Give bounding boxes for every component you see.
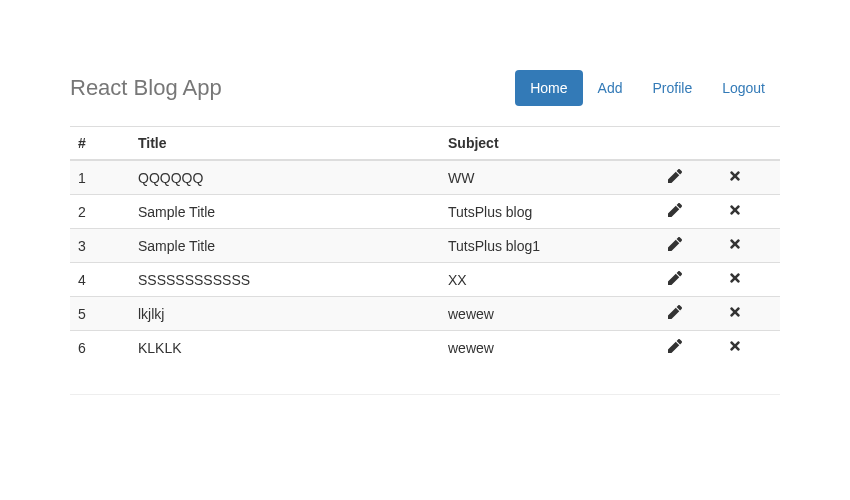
nav-logout[interactable]: Logout [707,70,780,106]
edit-icon[interactable] [668,271,682,285]
delete-icon[interactable] [728,169,742,183]
nav-home[interactable]: Home [515,70,582,106]
edit-icon[interactable] [668,237,682,251]
edit-icon[interactable] [668,169,682,183]
delete-icon[interactable] [728,271,742,285]
cell-idx: 4 [70,263,130,297]
table-row: 2Sample TitleTutsPlus blog [70,195,780,229]
nav: Home Add Profile Logout [515,70,780,106]
col-header-title: Title [130,127,440,161]
table-row: 1QQQQQQWW [70,160,780,195]
cell-idx: 5 [70,297,130,331]
delete-icon[interactable] [728,203,742,217]
header: React Blog App Home Add Profile Logout [70,70,780,106]
edit-icon[interactable] [668,305,682,319]
delete-icon[interactable] [728,339,742,353]
edit-icon[interactable] [668,203,682,217]
delete-icon[interactable] [728,305,742,319]
cell-idx: 3 [70,229,130,263]
cell-title: Sample Title [130,229,440,263]
table-row: 3Sample TitleTutsPlus blog1 [70,229,780,263]
cell-idx: 2 [70,195,130,229]
cell-title: lkjlkj [130,297,440,331]
cell-title: SSSSSSSSSSSS [130,263,440,297]
cell-subject: WW [440,160,660,195]
cell-subject: TutsPlus blog [440,195,660,229]
cell-subject: wewew [440,297,660,331]
cell-idx: 6 [70,331,130,365]
brand-title: React Blog App [70,75,222,101]
cell-idx: 1 [70,160,130,195]
delete-icon[interactable] [728,237,742,251]
cell-title: KLKLK [130,331,440,365]
col-header-idx: # [70,127,130,161]
nav-add[interactable]: Add [583,70,638,106]
col-header-edit [660,127,720,161]
cell-subject: TutsPlus blog1 [440,229,660,263]
table-row: 5lkjlkjwewew [70,297,780,331]
cell-subject: XX [440,263,660,297]
footer-divider [70,394,780,395]
col-header-subject: Subject [440,127,660,161]
table-row: 6KLKLKwewew [70,331,780,365]
cell-title: Sample Title [130,195,440,229]
col-header-delete [720,127,780,161]
table-row: 4SSSSSSSSSSSSXX [70,263,780,297]
nav-profile[interactable]: Profile [637,70,707,106]
posts-table: # Title Subject 1QQQQQQWW2Sample TitleTu… [70,126,780,364]
edit-icon[interactable] [668,339,682,353]
cell-subject: wewew [440,331,660,365]
cell-title: QQQQQQ [130,160,440,195]
